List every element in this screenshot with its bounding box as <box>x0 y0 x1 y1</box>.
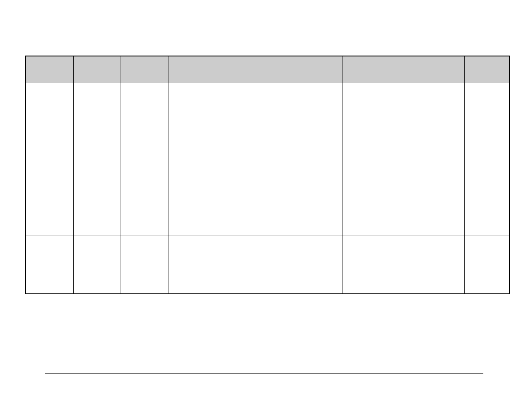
table-cell <box>73 236 121 294</box>
table-cell <box>121 236 168 294</box>
table-header-cell <box>168 56 342 83</box>
document-page <box>0 0 532 411</box>
table-cell <box>342 236 464 294</box>
table-row <box>25 236 510 294</box>
empty-table <box>25 56 510 294</box>
table-cell <box>25 83 73 236</box>
table-cell <box>168 83 342 236</box>
table-row <box>25 83 510 236</box>
table-header-cell <box>25 56 73 83</box>
table-cell <box>464 236 510 294</box>
table-header-cell <box>73 56 121 83</box>
table-cell <box>25 236 73 294</box>
table-cell <box>121 83 168 236</box>
table-header-row <box>25 56 510 83</box>
table-header-cell <box>121 56 168 83</box>
table-cell <box>168 236 342 294</box>
table-cell <box>464 83 510 236</box>
table-header-cell <box>342 56 464 83</box>
footer-divider <box>45 373 483 374</box>
table-header-cell <box>464 56 510 83</box>
table-cell <box>73 83 121 236</box>
table-cell <box>342 83 464 236</box>
